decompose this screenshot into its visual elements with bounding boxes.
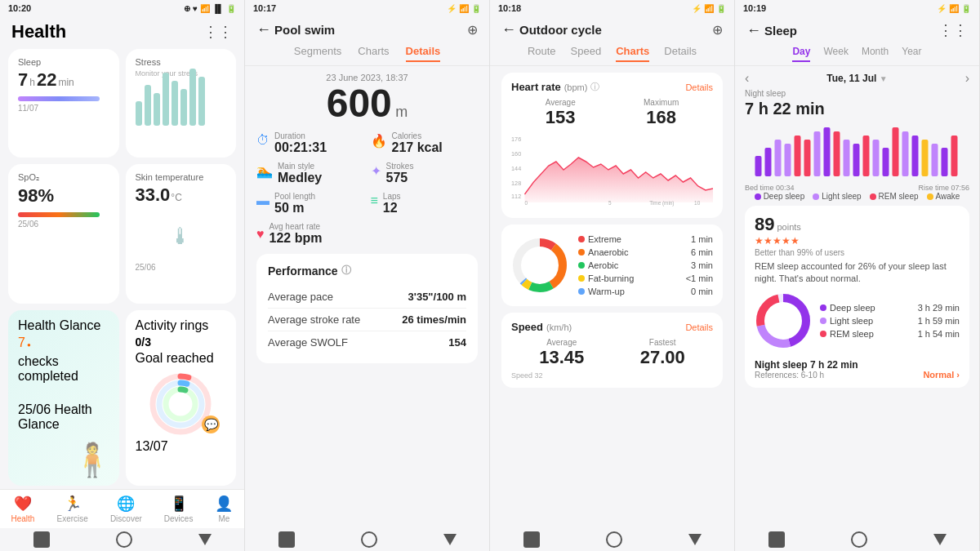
speed-fastest-value: 27.00 bbox=[640, 347, 685, 368]
nav-devices[interactable]: 📱 Devices bbox=[164, 495, 194, 523]
tab-charts-cycle[interactable]: Charts bbox=[616, 45, 649, 62]
speed-unit: (km/h) bbox=[546, 322, 572, 332]
stress-bar-8 bbox=[198, 77, 205, 126]
sleep-options-icon[interactable]: ⋮⋮ bbox=[938, 21, 968, 39]
hr-details-link[interactable]: Details bbox=[685, 82, 713, 92]
activity-rings-sub: Goal reached bbox=[136, 351, 227, 366]
exercise-nav-icon: 🏃 bbox=[64, 495, 82, 513]
sys-back-2[interactable] bbox=[443, 534, 457, 545]
sleep-h-unit: h bbox=[29, 77, 35, 88]
activity-rings-visual: 💬 bbox=[136, 371, 227, 437]
wifi-icon-2: 📶 bbox=[459, 4, 469, 13]
skin-temp-card[interactable]: Skin temperature 33.0 °C 🌡 25/06 bbox=[126, 164, 237, 304]
health-glance-card[interactable]: Health Glance 7 ● checks completed 🧍 25/… bbox=[8, 310, 119, 486]
spo2-date: 25/06 bbox=[18, 220, 109, 229]
avg-stroke-value: 26 times/min bbox=[402, 313, 466, 326]
status-bar-4: 10:19 ⚡ 📶 🔋 bbox=[735, 0, 979, 16]
pool-swim-header: ← Pool swim ⊕ bbox=[245, 16, 489, 42]
zone-aerobic: Aerobic 3 min bbox=[578, 259, 713, 272]
nav-me[interactable]: 👤 Me bbox=[215, 495, 233, 523]
tab-segments[interactable]: Segments bbox=[294, 45, 342, 62]
sys-square-1[interactable] bbox=[33, 531, 50, 548]
sleep-header: ← Sleep ⋮⋮ bbox=[735, 16, 979, 42]
hr-max-value: 168 bbox=[644, 107, 679, 128]
system-bar-3 bbox=[490, 528, 734, 551]
pool-swim-back[interactable]: ← Pool swim bbox=[256, 21, 335, 38]
strokes-stat: ✦ Strokes 575 bbox=[371, 162, 479, 185]
tab-day[interactable]: Day bbox=[792, 46, 810, 62]
hr-max-label: Maximum bbox=[644, 98, 679, 107]
next-date-arrow[interactable]: › bbox=[965, 71, 969, 86]
sys-home-2[interactable] bbox=[361, 531, 377, 548]
bed-rise-times: Bed time 00:34 Rise time 07:56 bbox=[745, 184, 969, 192]
light-sleep-breakdown: Light sleep 1 h 59 min bbox=[820, 314, 960, 327]
nav-exercise-label: Exercise bbox=[56, 514, 87, 523]
activity-rings-value: 0/3 bbox=[136, 335, 227, 349]
performance-section: Performance ⓘ Average pace 3'35"/100 m A… bbox=[256, 254, 478, 363]
sys-home-1[interactable] bbox=[116, 531, 132, 548]
tab-month[interactable]: Month bbox=[862, 46, 889, 62]
sys-back-1[interactable] bbox=[198, 534, 212, 545]
sys-square-3[interactable] bbox=[523, 531, 540, 548]
location-icon: ⊕ bbox=[184, 4, 190, 13]
tab-charts[interactable]: Charts bbox=[358, 45, 389, 62]
rem-sleep-dot bbox=[870, 193, 876, 200]
svg-text:Time (min): Time (min) bbox=[649, 200, 674, 207]
cycle-back[interactable]: ← Outdoor cycle bbox=[501, 21, 602, 38]
zone-anaerobic: Anaerobic 6 min bbox=[578, 246, 713, 259]
rem-sleep-breakdown: REM sleep 1 h 54 min bbox=[820, 327, 960, 340]
sleep-card[interactable]: Sleep 7 h 22 min 11/07 bbox=[8, 49, 119, 158]
spo2-card[interactable]: SpO₂ 98% 25/06 bbox=[8, 164, 119, 304]
svg-rect-24 bbox=[785, 144, 791, 176]
normal-badge[interactable]: Normal › bbox=[923, 370, 960, 380]
speed-details-link[interactable]: Details bbox=[685, 322, 713, 332]
avg-swolf-row: Average SWOLF 154 bbox=[268, 331, 466, 353]
me-nav-icon: 👤 bbox=[215, 495, 233, 513]
more-options-icon[interactable]: ⋮⋮ bbox=[203, 23, 233, 41]
sys-back-4[interactable] bbox=[933, 534, 947, 545]
nav-exercise[interactable]: 🏃 Exercise bbox=[56, 495, 87, 523]
speed-fastest-label: Fastest bbox=[640, 338, 685, 347]
stress-bar-6 bbox=[180, 89, 187, 126]
activity-notification-badge[interactable]: 💬 bbox=[202, 415, 220, 433]
hr-avg-value: 153 bbox=[546, 107, 576, 128]
health-title: Health bbox=[11, 21, 66, 42]
zone-fat-burning: Fat-burning <1 min bbox=[578, 272, 713, 285]
svg-rect-38 bbox=[922, 140, 929, 176]
swim-style-icon: 🏊 bbox=[256, 163, 273, 179]
calories-stat: 🔥 Calories 217 kcal bbox=[371, 131, 479, 155]
svg-rect-21 bbox=[755, 156, 762, 176]
stress-card[interactable]: Stress Monitor your stress bbox=[126, 49, 237, 158]
cycle-options-icon[interactable]: ⊕ bbox=[712, 22, 723, 38]
activity-rings-card[interactable]: Activity rings 0/3 Goal reached 💬 13/07 bbox=[126, 310, 237, 486]
time-2: 10:17 bbox=[253, 3, 276, 13]
calendar-dropdown-icon[interactable]: ▼ bbox=[880, 74, 888, 83]
skin-temp-date: 25/06 bbox=[136, 263, 227, 272]
sleep-nav-date: Tue, 11 Jul ▼ bbox=[826, 73, 887, 84]
back-arrow-2: ← bbox=[256, 21, 271, 38]
sleep-back[interactable]: ← Sleep bbox=[746, 22, 797, 39]
deep-sleep-breakdown: Deep sleep 3 h 29 min bbox=[820, 301, 960, 314]
tab-details[interactable]: Details bbox=[406, 45, 441, 62]
nav-health[interactable]: ❤️ Health bbox=[11, 495, 35, 523]
svg-rect-32 bbox=[863, 136, 870, 176]
avg-hr-value: 122 bpm bbox=[270, 231, 323, 246]
sys-home-3[interactable] bbox=[606, 531, 622, 548]
cycle-tabs: Route Speed Charts Details bbox=[490, 42, 734, 66]
tab-details-cycle[interactable]: Details bbox=[664, 45, 697, 62]
sleep-breakdown: Deep sleep 3 h 29 min Light sleep 1 h 59… bbox=[820, 301, 960, 340]
sys-home-4[interactable] bbox=[851, 531, 867, 548]
sys-back-3[interactable] bbox=[688, 534, 702, 545]
tab-route[interactable]: Route bbox=[528, 45, 556, 62]
prev-date-arrow[interactable]: ‹ bbox=[745, 71, 749, 86]
bd-deep-dot bbox=[820, 304, 826, 311]
tab-speed[interactable]: Speed bbox=[571, 45, 602, 62]
tab-year[interactable]: Year bbox=[902, 46, 921, 62]
tab-week[interactable]: Week bbox=[823, 46, 848, 62]
anaerobic-dot bbox=[578, 249, 585, 256]
battery-icon: 🔋 bbox=[226, 4, 236, 13]
sys-square-4[interactable] bbox=[768, 531, 785, 548]
swim-options-icon[interactable]: ⊕ bbox=[467, 22, 478, 38]
nav-discover[interactable]: 🌐 Discover bbox=[110, 495, 142, 523]
sys-square-2[interactable] bbox=[278, 531, 295, 548]
